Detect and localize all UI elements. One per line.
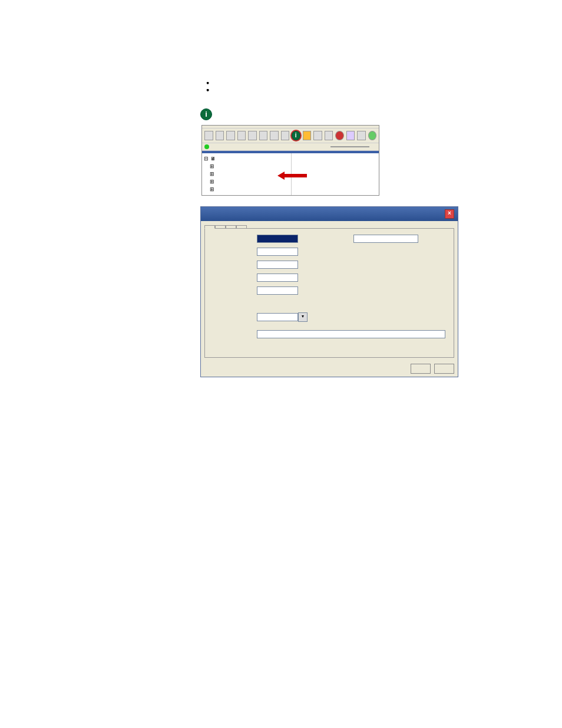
ok-button[interactable] xyxy=(411,364,431,374)
tool-icon[interactable] xyxy=(325,131,333,140)
redo-icon[interactable] xyxy=(270,131,279,140)
dialog-titlebar: × xyxy=(201,207,458,221)
print-icon[interactable] xyxy=(237,131,246,140)
red-arrow-icon xyxy=(277,172,307,180)
rpm-display xyxy=(330,146,369,147)
camera-icon[interactable] xyxy=(281,131,290,140)
step-1: i xyxy=(186,107,510,120)
status-row xyxy=(202,143,379,151)
tab-general[interactable] xyxy=(204,225,215,229)
toolbar: i xyxy=(202,129,379,143)
close-icon[interactable]: × xyxy=(445,209,454,219)
open-icon[interactable] xyxy=(216,131,224,140)
page-header xyxy=(502,37,509,47)
language-field[interactable] xyxy=(257,261,298,269)
tool-icon[interactable] xyxy=(313,131,322,140)
undo-icon[interactable] xyxy=(259,131,268,140)
gear-icon[interactable] xyxy=(335,131,344,140)
cancel-button[interactable] xyxy=(434,364,454,374)
app-screenshot: i ⊟ 🖥 xyxy=(201,125,379,196)
info-icon: i xyxy=(200,108,212,120)
svg-marker-0 xyxy=(277,172,307,180)
dialog-tabs xyxy=(201,221,458,228)
info-icon[interactable]: i xyxy=(292,131,300,140)
harmony-field[interactable] xyxy=(257,330,445,338)
save-icon[interactable] xyxy=(226,131,235,140)
wand-icon[interactable] xyxy=(346,131,355,140)
revision-field[interactable] xyxy=(257,286,298,295)
dialog-buttons xyxy=(201,361,458,377)
help-icon[interactable] xyxy=(368,131,377,140)
status-dot-icon xyxy=(204,144,209,149)
warn-icon[interactable] xyxy=(303,131,312,140)
properties-dialog: × xyxy=(200,206,458,378)
product-field[interactable] xyxy=(257,235,298,243)
usertext-field[interactable] xyxy=(353,235,418,243)
tool-icon[interactable] xyxy=(357,131,366,140)
access-value xyxy=(257,313,298,321)
dialog-pane: ▾ xyxy=(204,228,454,358)
preview-icon[interactable] xyxy=(248,131,257,140)
config-field[interactable] xyxy=(257,248,298,256)
step-text: i xyxy=(200,107,510,120)
access-dropdown[interactable]: ▾ xyxy=(257,312,308,322)
new-icon[interactable] xyxy=(204,131,213,140)
series-field[interactable] xyxy=(257,274,298,282)
chevron-down-icon[interactable]: ▾ xyxy=(298,312,308,322)
